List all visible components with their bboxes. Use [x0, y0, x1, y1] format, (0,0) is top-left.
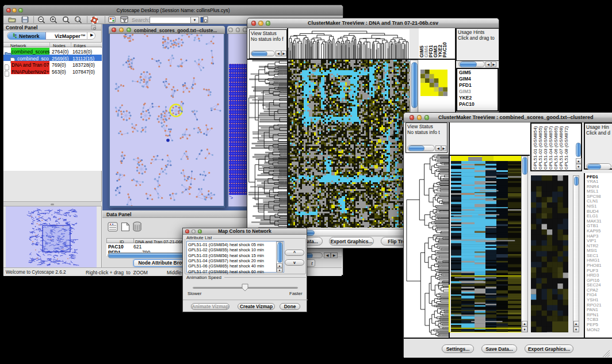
svg-text:GPL51-01 (GSM854): GPL51-01 (GSM854)	[533, 126, 538, 170]
svg-text:GPL51-06 (GSM865): GPL51-06 (GSM865)	[553, 126, 559, 170]
svg-text:GPL51-03 (GSM856): GPL51-03 (GSM856)	[543, 126, 548, 170]
svg-text:GPL51-04 (GSM857): GPL51-04 (GSM857)	[548, 126, 553, 170]
svg-text:PAC10: PAC10	[442, 42, 447, 58]
svg-text:GPL51-08 (GSM872): GPL51-08 (GSM872)	[564, 126, 569, 170]
svg-text:GPL51-02 (GSM855): GPL51-02 (GSM855)	[538, 126, 543, 170]
svg-text:1:1: 1:1	[76, 18, 80, 21]
svg-text:GPL51-07 (GSM868): GPL51-07 (GSM868)	[559, 126, 564, 170]
